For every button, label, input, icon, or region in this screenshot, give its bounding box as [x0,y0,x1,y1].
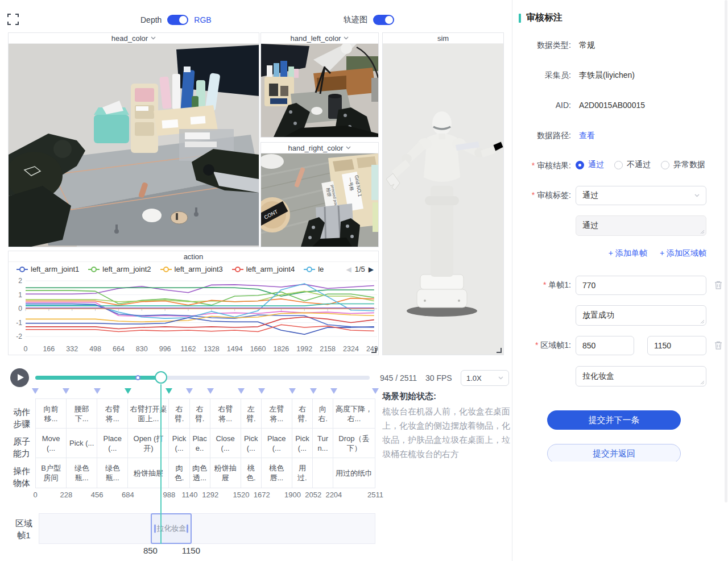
region-track-label: 区域帧1 [11,517,36,541]
object-cell-12[interactable]: 用过的纸巾 [333,458,375,488]
step-cell-1[interactable]: 向前移... [36,399,67,428]
region-start-input[interactable]: 850 [576,336,634,355]
hand-right-camera-selector[interactable]: hand_right_color [261,143,378,153]
region-end-input[interactable]: 1150 [647,336,706,355]
frame-marker-1140[interactable] [186,388,193,394]
depth-rgb-switch[interactable] [167,15,188,25]
region-left-handle[interactable] [154,525,156,533]
ability-cell-1[interactable]: Move (... [36,429,67,458]
frame-marker-684[interactable] [125,388,131,394]
ability-cell-5[interactable]: Pick (... [169,429,189,458]
review-tag-label: 审核标签: [512,190,571,201]
step-cell-10[interactable]: 右臂. [292,399,313,428]
step-cell-8[interactable]: 左臂. [241,399,262,428]
legend-item-left_arm_joint2[interactable]: left_arm_joint2 [88,265,151,273]
frame-marker-456[interactable] [94,388,101,394]
radio-option-不通过[interactable]: 不通过 [614,160,651,170]
object-cell-3[interactable]: 绿色瓶... [97,458,128,488]
legend-item-left_arm_joint3[interactable]: left_arm_joint3 [160,265,223,273]
object-cell-4[interactable]: 粉饼抽屉 [128,458,169,488]
delete-region-frame-icon[interactable] [714,340,723,350]
fullscreen-icon[interactable] [7,14,19,25]
object-cell-5[interactable]: 肉色. [169,458,189,488]
region-right-handle[interactable] [187,525,188,533]
add-region-frame-link[interactable]: + 添加区域帧 [660,248,706,259]
legend-prev-icon[interactable]: ◀ [346,265,351,273]
ability-cell-10[interactable]: Pick (... [292,429,313,458]
frame-marker-1672[interactable] [258,388,265,394]
radio-option-通过[interactable]: 通过 [576,160,604,170]
legend-item-left_arm_joint4[interactable]: left_arm_joint4 [232,265,295,273]
svg-text:1494: 1494 [227,345,243,353]
delete-single-frame-icon[interactable] [714,280,723,290]
frame-marker-1900[interactable] [289,388,296,394]
step-cell-11[interactable]: 向右. [313,399,333,428]
step-cell-12[interactable]: 高度下降，右... [333,399,375,428]
step-cell-4[interactable]: 右臂打开桌面上... [128,399,169,428]
frame-marker-1292[interactable] [207,388,214,394]
legend-item-le[interactable]: le [304,265,324,273]
textarea-resize-grip[interactable] [700,380,705,385]
region-segment[interactable]: 拉化妆盒 [151,513,191,544]
head-camera-selector[interactable]: head_color [9,33,259,44]
region-note-textarea[interactable]: 拉化妆盒 [576,366,706,387]
ability-cell-2[interactable]: Pick (... [67,429,97,458]
ability-cell-3[interactable]: Place (... [97,429,128,458]
submit-return-button[interactable]: 提交并返回 [547,444,681,462]
step-cell-5[interactable]: 右臂. [169,399,189,428]
frame-marker-2052[interactable] [310,388,317,394]
single-frame-input[interactable]: 770 [576,276,706,295]
playback-speed-select[interactable]: 1.0X [461,370,509,386]
object-cell-7[interactable]: 粉饼抽屉 [210,458,241,488]
ability-cell-8[interactable]: Pick (... [241,429,262,458]
object-cell-9[interactable]: 桃色唇... [262,458,292,488]
step-cell-7[interactable]: 右臂将... [210,399,241,428]
single-frame-note-textarea[interactable]: 放置成功 [576,305,706,326]
textarea-resize-grip[interactable] [700,319,705,324]
object-cell-8[interactable]: 桃色. [241,458,262,488]
trajectory-switch[interactable] [373,15,394,25]
add-single-frame-link[interactable]: + 添加单帧 [609,248,647,259]
frame-marker-1520[interactable] [238,388,245,394]
hand-left-camera-panel: hand_left_color [260,32,379,138]
region-track-bar[interactable]: 拉化妆盒 [39,513,375,544]
frame-marker-0[interactable] [32,388,39,394]
step-cell-9[interactable]: 左臂将... [262,399,292,428]
radio-option-异常数据[interactable]: 异常数据 [661,160,705,170]
step-cell-6[interactable]: 右臂. [190,399,210,428]
ability-cell-12[interactable]: Drop（丢下） [333,429,375,458]
object-cell-2[interactable]: 绿色瓶... [67,458,97,488]
submit-next-button[interactable]: 提交并下一条 [547,410,681,430]
object-cell-6[interactable]: 肉色透... [190,458,210,488]
step-cell-2[interactable]: 腰部下... [67,399,97,428]
object-cell-11[interactable] [313,458,333,488]
frame-marker-2204[interactable] [330,388,337,394]
frame-marker-988[interactable] [166,388,172,394]
resize-handle-icon[interactable] [371,348,377,353]
object-cell-1[interactable]: B户型房间 [36,458,67,488]
hand-left-camera-selector[interactable]: hand_left_color [261,33,378,44]
play-button[interactable] [10,368,29,387]
scrollbar[interactable] [725,0,727,502]
legend-next-icon[interactable]: ▶ [369,265,374,273]
ability-cell-7[interactable]: Close (... [210,429,241,458]
frame-marker-2511[interactable] [372,388,379,394]
hand-right-camera-image: CONT Grid NO.1 一号格 pressed powder 粉饼 [261,153,378,247]
review-tag-value: 通过 [582,190,598,201]
review-tag-select[interactable]: 通过 [576,186,706,205]
legend-page-indicator: 1/5 [355,265,365,273]
legend-item-left_arm_joint1[interactable]: left_arm_joint1 [16,265,79,273]
resize-handle-icon[interactable] [497,348,502,353]
textarea-resize-grip[interactable] [700,230,705,234]
ability-cell-11[interactable]: Turn... [313,429,333,458]
ability-cell-6[interactable]: Place.. [190,429,210,458]
step-cell-3[interactable]: 右臂将... [97,399,128,428]
object-cell-10[interactable]: 用过. [292,458,313,488]
ability-cell-9[interactable]: Place (... [262,429,292,458]
data-path-view-link[interactable]: 查看 [579,131,595,141]
review-tag-note-textarea[interactable]: 通过 [576,215,706,236]
timeline-slider-handle[interactable] [155,371,167,384]
frame-marker-228[interactable] [63,388,69,394]
legend-marker-icon [304,267,315,272]
ability-cell-4[interactable]: Open (打开) [128,429,169,458]
